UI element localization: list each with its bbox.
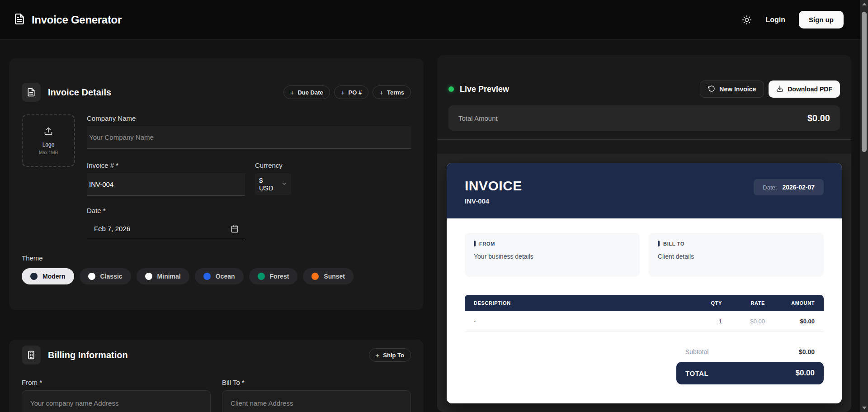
invoice-header: INVOICE INV-004 Date: 2026-02-07 [447,163,842,218]
invoice-totals: Subtotal $0.00 TOTAL $0.00 [676,344,824,384]
theme-option-modern[interactable]: Modern [22,268,74,284]
navbar: Invoice Generator Login Sign up [0,0,868,40]
plus-icon: + [341,89,345,96]
company-name-input[interactable] [87,126,411,149]
plus-icon: + [379,89,383,96]
live-status-dot [448,86,454,92]
invoice-document-icon [14,13,25,27]
invoice-details-title: Invoice Details [48,87,111,98]
bill-to-label: Bill To * [222,379,411,386]
theme-color-dot [258,273,265,280]
currency-label: Currency [255,161,291,169]
upload-icon [44,127,53,137]
date-label: Date * [87,207,245,214]
new-invoice-button[interactable]: New Invoice [700,81,764,98]
theme-option-forest[interactable]: Forest [249,268,298,284]
invoice-bill-to-value: Client details [658,253,815,260]
from-address-textarea[interactable] [22,390,211,412]
invoice-heading: INVOICE [465,178,522,194]
calendar-icon[interactable] [231,225,239,233]
add-terms-button[interactable]: + Terms [373,85,411,99]
theme-color-dot [145,273,152,280]
main-content: Invoice Details + Due Date + PO # + [0,40,868,412]
logo-upload-label: Logo [42,142,55,148]
theme-color-dot [203,273,211,280]
live-preview-card: Live Preview New Invoice [437,55,851,412]
from-label: From * [22,379,211,386]
date-input[interactable] [87,218,245,239]
scrollbar-arrow-down[interactable] [860,404,868,412]
theme-section: Theme Modern Classic Minimal [22,254,411,284]
invoice-from-card: FROM Your business details [465,233,640,277]
table-row: - 1 $0.00 $0.00 [465,311,824,332]
building-icon [22,346,41,365]
app-frame: Invoice Generator Login Sign up Invoice … [0,0,868,412]
currency-selected-value: $ USD [259,176,278,192]
navbar-actions: Login Sign up [742,11,854,28]
accent-bar [474,241,476,246]
theme-color-dot [30,273,38,280]
currency-select[interactable]: $ USD [255,173,291,195]
total-amount-summary: Total Amount $0.00 [448,105,840,131]
add-ship-to-button[interactable]: + Ship To [369,348,411,362]
invoice-number-input[interactable] [87,173,245,196]
invoice-number-display: INV-004 [465,197,522,205]
invoice-preview-area: INVOICE INV-004 Date: 2026-02-07 [437,154,851,412]
invoice-date-badge: Date: 2026-02-07 [754,179,824,195]
invoice-from-value: Your business details [474,253,631,260]
billing-information-card: Billing Information + Ship To From * Bil… [9,340,424,412]
bill-to-address-textarea[interactable] [222,390,411,412]
theme-label: Theme [22,254,411,262]
form-column: Invoice Details + Due Date + PO # + [9,55,424,412]
invoice-document-preview: INVOICE INV-004 Date: 2026-02-07 [447,163,842,403]
logo-upload-dropzone[interactable]: Logo Max 1MB [22,114,75,167]
total-amount-value: $0.00 [807,113,830,123]
app-title: Invoice Generator [32,14,122,26]
invoice-details-icon [22,83,41,102]
plus-icon: + [290,89,294,96]
add-field-buttons: + Due Date + PO # + Terms [283,85,411,99]
logo-upload-hint: Max 1MB [39,150,58,155]
invoice-bill-to-card: BILL TO Client details [649,233,824,277]
invoice-from-label: FROM [479,241,495,246]
grand-total-row: TOTAL $0.00 [676,362,824,384]
download-pdf-button[interactable]: Download PDF [769,81,840,98]
preview-column: Live Preview New Invoice [437,55,851,412]
chevron-down-icon [281,180,287,188]
brand: Invoice Generator [14,13,122,27]
theme-option-minimal[interactable]: Minimal [137,268,189,284]
theme-color-dot [88,273,95,280]
total-amount-label: Total Amount [458,114,498,122]
accent-bar [658,241,660,246]
invoice-details-card: Invoice Details + Due Date + PO # + [9,58,424,310]
theme-option-ocean[interactable]: Ocean [195,268,244,284]
subtotal-row: Subtotal $0.00 [676,344,824,362]
invoice-number-label: Invoice # * [87,161,245,169]
refresh-icon [708,85,715,94]
scrollbar-arrow-up[interactable] [860,0,868,8]
page-scrollbar[interactable] [860,0,868,412]
theme-option-sunset[interactable]: Sunset [303,268,354,284]
scrollbar-thumb[interactable] [862,12,867,152]
live-preview-title: Live Preview [460,85,509,94]
billing-information-title: Billing Information [48,350,128,360]
theme-toggle-sun-icon[interactable] [742,15,752,25]
theme-color-dot [311,273,319,280]
signup-button[interactable]: Sign up [799,11,844,28]
company-name-label: Company Name [87,114,411,122]
plus-icon: + [376,352,380,359]
invoice-bill-to-label: BILL TO [663,241,684,246]
login-button[interactable]: Login [765,16,785,24]
add-po-number-button[interactable]: + PO # [334,85,368,99]
download-icon [776,85,783,94]
invoice-line-items-table: DESCRIPTION QTY RATE AMOUNT - 1 $0.00 $0 [465,295,824,332]
table-header-row: DESCRIPTION QTY RATE AMOUNT [465,295,824,311]
add-due-date-button[interactable]: + Due Date [283,85,330,99]
theme-option-classic[interactable]: Classic [80,268,131,284]
